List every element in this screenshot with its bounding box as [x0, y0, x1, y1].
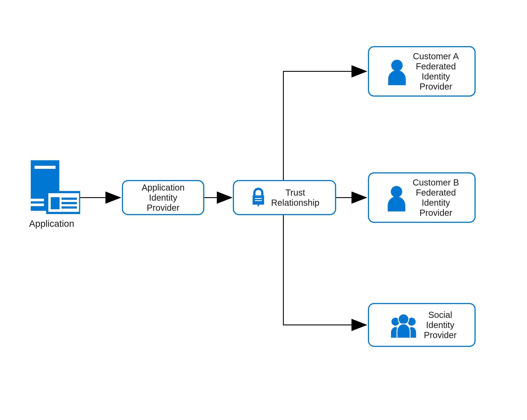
diagram-canvas: Application ApplicationIdentityProvider …	[0, 0, 527, 420]
person-icon	[384, 183, 409, 212]
svg-rect-9	[253, 195, 264, 205]
trust-node: TrustRelationship	[233, 180, 336, 215]
application-caption: Application	[24, 218, 79, 229]
person-icon	[385, 57, 409, 86]
svg-rect-8	[31, 204, 44, 206]
application-node	[23, 158, 80, 216]
social-node: SocialIdentityProvider	[368, 303, 476, 347]
trust-label: TrustRelationship	[271, 187, 319, 208]
svg-rect-7	[31, 199, 44, 201]
lock-icon	[250, 187, 267, 209]
svg-rect-1	[34, 166, 55, 169]
svg-point-16	[398, 314, 409, 324]
svg-rect-3	[51, 197, 60, 209]
svg-point-12	[391, 60, 403, 71]
server-app-icon	[23, 158, 80, 215]
edge-trust-to-social	[283, 215, 366, 325]
social-label: SocialIdentityProvider	[424, 310, 457, 340]
app-idp-node: ApplicationIdentityProvider	[122, 180, 204, 215]
customer-b-label: Customer BFederatedIdentityProvider	[413, 177, 459, 218]
svg-point-13	[391, 186, 402, 197]
app-idp-label: ApplicationIdentityProvider	[142, 183, 185, 213]
customer-a-node: Customer AFederatedIdentityProvider	[368, 46, 476, 97]
customer-b-node: Customer BFederatedIdentityProvider	[368, 172, 476, 223]
customer-a-label: Customer AFederatedIdentityProvider	[413, 51, 459, 92]
edge-trust-to-customer-a	[283, 71, 366, 180]
people-icon	[387, 312, 420, 338]
